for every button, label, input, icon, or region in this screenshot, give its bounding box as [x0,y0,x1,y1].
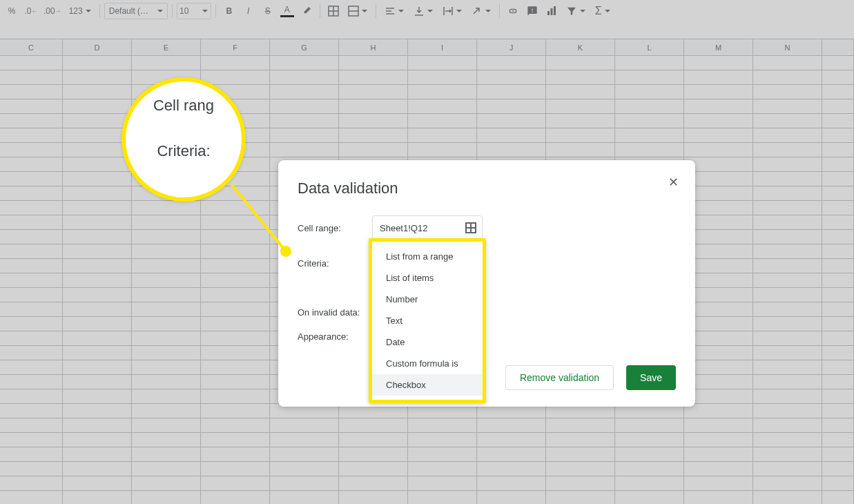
annotation-zoom-circle: Cell rang Criteria: [122,77,246,202]
criteria-option-list-items[interactable]: List of items [372,267,483,289]
range-select-icon[interactable] [465,222,476,233]
criteria-option-checkbox[interactable]: Checkbox [372,374,483,396]
annotation-zoom-text: Criteria: [157,142,210,160]
cell-range-value: Sheet1!Q12 [380,223,427,233]
invalid-data-label: On invalid data: [298,307,372,318]
dialog-buttons: Remove validation Save [298,365,676,390]
criteria-option-number[interactable]: Number [372,289,483,310]
save-button[interactable]: Save [626,365,676,390]
cell-range-row: Cell range: Sheet1!Q12 [298,215,676,240]
close-button[interactable]: ✕ [663,173,683,192]
criteria-row: Criteria: [298,258,676,269]
cell-range-label: Cell range: [298,223,372,233]
annotation-zoom-text: Cell rang [153,97,214,115]
dialog-title: Data validation [298,180,676,197]
data-validation-dialog: Data validation ✕ Cell range: Sheet1!Q12… [278,160,695,407]
close-icon: ✕ [668,175,679,190]
criteria-option-text[interactable]: Text [372,310,483,331]
cell-range-input[interactable]: Sheet1!Q12 [372,215,483,240]
remove-validation-button[interactable]: Remove validation [505,365,614,390]
criteria-option-custom-formula[interactable]: Custom formula is [372,353,483,374]
invalid-data-row: On invalid data: [298,307,676,318]
appearance-row: Appearance: [298,331,676,342]
annotation-pointer-dot [280,246,291,257]
criteria-label: Criteria: [298,258,372,269]
criteria-option-date[interactable]: Date [372,331,483,353]
criteria-option-list-range[interactable]: List from a range [372,246,483,267]
criteria-dropdown[interactable]: List from a range List of items Number T… [369,238,486,403]
appearance-label: Appearance: [298,331,372,342]
